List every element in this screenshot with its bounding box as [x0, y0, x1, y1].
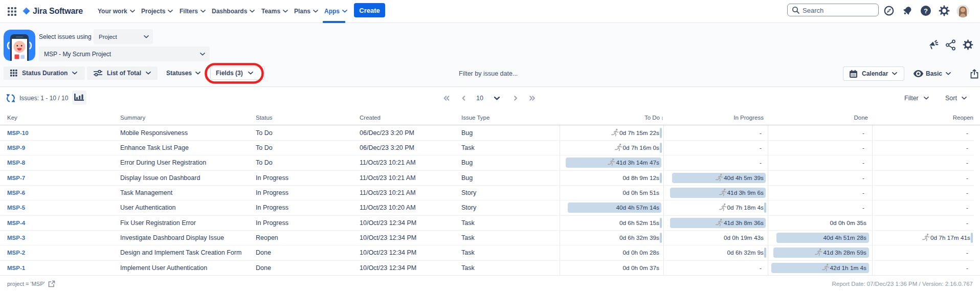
svg-text:?: ? [924, 7, 928, 15]
